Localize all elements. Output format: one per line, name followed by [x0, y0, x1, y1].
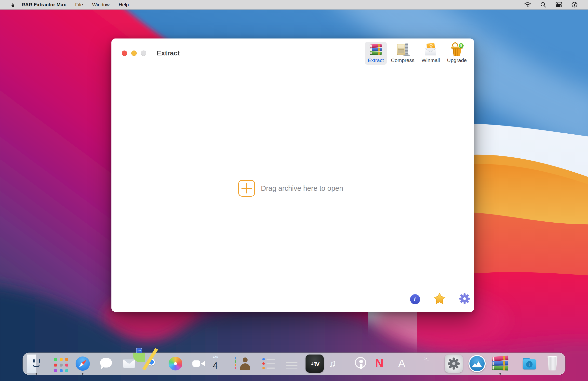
add-archive-icon[interactable]: [238, 180, 255, 197]
menu-app-name[interactable]: RAR Extractor Max: [21, 2, 66, 8]
zip-cabinet-icon: [396, 43, 410, 57]
dropzone-hint-text: Drag archive here to open: [261, 184, 343, 192]
dock-item-contacts[interactable]: [236, 355, 254, 373]
menu-item-file[interactable]: File: [75, 2, 83, 8]
menu-item-window[interactable]: Window: [92, 2, 109, 8]
dock-item-facetime[interactable]: [190, 355, 208, 373]
dock-item-terminal[interactable]: >_: [422, 355, 440, 373]
dock-item-appcleaner[interactable]: [468, 355, 486, 373]
window-footer: i: [410, 292, 470, 306]
archive-dropzone[interactable]: Drag archive here to open: [238, 180, 343, 197]
dock-item-downloads[interactable]: ↓: [520, 355, 538, 373]
sysprefs-icon: [445, 355, 463, 373]
spotlight-search-icon[interactable]: [540, 2, 546, 8]
dock-item-reminders[interactable]: [259, 355, 277, 373]
info-button[interactable]: i: [410, 294, 420, 304]
dock-item-trash[interactable]: [543, 355, 562, 373]
dock-item-appletv[interactable]: tv: [306, 355, 324, 373]
toolbar-tab-upgrade[interactable]: $ Upgrade: [444, 42, 470, 65]
apple-menu-icon[interactable]: [10, 2, 14, 7]
control-center-icon[interactable]: [555, 2, 562, 8]
app-window: Extract Extract Compress @ Winmail: [111, 38, 474, 312]
window-title: Extract: [157, 49, 180, 57]
zoom-button[interactable]: [141, 51, 146, 56]
favorite-star-button[interactable]: [433, 292, 446, 306]
dock-item-sysprefs[interactable]: [445, 355, 463, 373]
dock-item-notes[interactable]: [282, 355, 301, 373]
close-button[interactable]: [122, 51, 127, 56]
settings-gear-button[interactable]: [459, 293, 470, 305]
wifi-icon[interactable]: [524, 2, 531, 8]
dock-item-launchpad[interactable]: [51, 355, 69, 373]
dollar-badge: $: [459, 43, 464, 48]
dock-item-photos[interactable]: [166, 355, 185, 373]
toolbar-tab-compress[interactable]: Compress: [388, 42, 418, 65]
dock-separator: [515, 356, 515, 371]
clock-icon[interactable]: [571, 1, 578, 8]
window-titlebar: Extract Extract Compress @ Winmail: [111, 38, 474, 68]
upgrade-basket-icon: $: [450, 43, 464, 57]
dock-item-appstore[interactable]: A: [398, 355, 417, 373]
dock-item-finder[interactable]: [27, 355, 45, 373]
dock-item-messages[interactable]: [97, 355, 115, 373]
minimize-button[interactable]: [131, 51, 137, 56]
dock-item-news[interactable]: N: [375, 355, 393, 373]
dock-item-music[interactable]: ♫: [329, 355, 347, 373]
toolbar-tab-extract[interactable]: Extract: [365, 42, 387, 65]
winmail-envelope-icon: @: [424, 43, 438, 57]
menu-bar: RAR Extractor Max File Window Help: [0, 0, 588, 10]
dock-item-rar[interactable]: [491, 355, 509, 373]
dock-item-safari[interactable]: [74, 355, 92, 373]
menu-item-help[interactable]: Help: [119, 2, 129, 8]
window-toolbar: Extract Compress @ Winmail $ Upgrade: [365, 42, 470, 65]
dock: 280JAN4tv♫NA>_↓: [22, 353, 566, 375]
dock-item-maps[interactable]: 280: [143, 355, 162, 373]
traffic-lights: [111, 51, 146, 56]
dock-item-calendar[interactable]: JAN4: [213, 355, 231, 373]
dock-item-podcasts[interactable]: [352, 355, 370, 373]
appletv-icon: tv: [306, 355, 324, 373]
rar-books-icon: [369, 43, 383, 57]
toolbar-tab-winmail[interactable]: @ Winmail: [419, 42, 443, 65]
